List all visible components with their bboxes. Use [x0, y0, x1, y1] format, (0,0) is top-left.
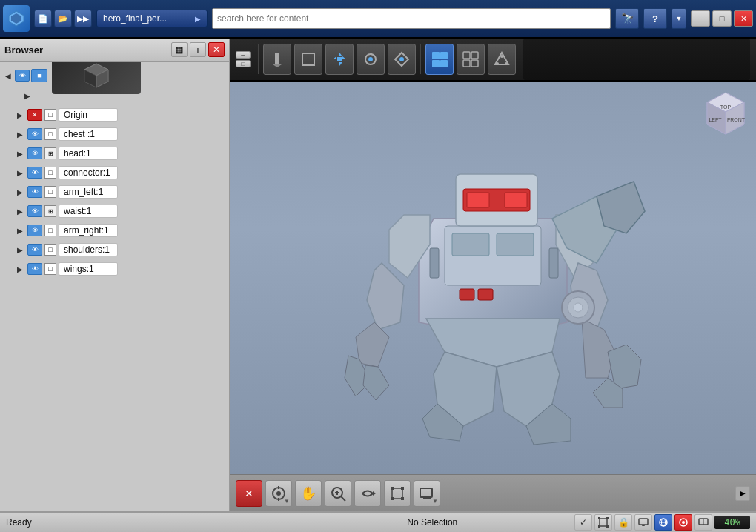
head-expand[interactable]: ▶ — [15, 148, 25, 159]
status-frame-button[interactable] — [594, 514, 612, 531]
arm-left-box-icon: □ — [44, 186, 56, 198]
arm-left-expand[interactable]: ▶ — [15, 187, 25, 197]
chest-eye-icon[interactable]: 👁 — [27, 128, 42, 140]
status-check-button[interactable]: ✓ — [574, 514, 592, 531]
svg-rect-6 — [275, 53, 279, 64]
panel-min-button[interactable]: ─ — [236, 51, 251, 59]
svg-line-75 — [341, 496, 345, 501]
shoulders-label: shoulders:1 — [59, 243, 118, 256]
frame-all-button[interactable] — [384, 480, 411, 507]
tree-item-arm-left[interactable]: ▶ 👁 □ arm_left:1 — [0, 182, 229, 202]
cancel-viewport-button[interactable]: ✕ — [236, 480, 262, 507]
status-target-button[interactable] — [674, 514, 692, 531]
shoulders-expand[interactable]: ▶ — [15, 245, 25, 255]
tree-root-item[interactable]: ◀ 👁 ■ — [0, 65, 229, 86]
tree-item-wings[interactable]: ▶ 👁 □ wings:1 — [0, 259, 229, 279]
pan-tool-button[interactable]: ✋ — [295, 480, 322, 507]
forward-button[interactable]: ▶▶ — [74, 10, 92, 27]
help-button[interactable]: ? — [643, 8, 667, 29]
new-file-button[interactable]: 📄 — [34, 10, 52, 27]
browser-grid-button[interactable]: ▦ — [171, 42, 188, 57]
sub-expand[interactable]: ▶ — [22, 90, 33, 101]
svg-rect-45 — [505, 193, 527, 207]
browser-tree: ◀ 👁 ■ ▶ ▶ — [0, 62, 229, 511]
origin-expand[interactable]: ▶ — [15, 110, 25, 120]
waist-eye-icon[interactable]: 👁 — [27, 205, 42, 217]
connector-expand[interactable]: ▶ — [15, 167, 25, 178]
svg-marker-47 — [367, 263, 404, 330]
viewport-expand-button[interactable]: ▶ — [735, 486, 750, 501]
document-title: hero_final_per... ▶ — [96, 10, 208, 27]
shoulders-eye-icon[interactable]: 👁 — [27, 244, 42, 256]
svg-point-65 — [574, 303, 583, 312]
scale-tool-button[interactable] — [388, 44, 416, 75]
wings-expand[interactable]: ▶ — [15, 264, 25, 274]
svg-rect-44 — [467, 193, 489, 207]
tree-item-arm-right[interactable]: ▶ 👁 □ arm_right:1 — [0, 221, 229, 240]
tree-item-chest[interactable]: ▶ 👁 □ chest :1 — [0, 124, 229, 144]
svg-marker-12 — [342, 56, 346, 59]
chest-expand[interactable]: ▶ — [15, 129, 25, 139]
render-button[interactable]: ▼ — [414, 480, 440, 507]
panel-restore-button[interactable]: □ — [236, 60, 251, 67]
arm-right-eye-icon[interactable]: 👁 — [27, 225, 42, 236]
tree-item-connector[interactable]: ▶ 👁 □ connector:1 — [0, 163, 229, 182]
browser-header: Browser ▦ i ✕ — [0, 39, 229, 62]
tree-item-origin[interactable]: ▶ ✕ □ Origin — [0, 105, 229, 124]
pencil-tool-button[interactable] — [263, 44, 291, 75]
move-tool-button[interactable] — [325, 44, 354, 75]
orbit-tool-button[interactable] — [354, 480, 381, 507]
search-bar[interactable] — [212, 8, 611, 29]
wings-eye-icon[interactable]: 👁 — [27, 263, 42, 275]
arm-right-expand[interactable]: ▶ — [15, 225, 25, 236]
maximize-button[interactable]: □ — [712, 10, 732, 27]
box-tool-button[interactable] — [294, 44, 322, 75]
snap-tool-button[interactable] — [488, 44, 516, 75]
app-logo — [3, 5, 30, 32]
connector-eye-icon[interactable]: 👁 — [27, 167, 42, 179]
root-collapse-arrow[interactable]: ◀ — [3, 70, 13, 81]
search-input[interactable] — [217, 13, 606, 24]
svg-rect-68 — [430, 248, 439, 278]
head-eye-icon[interactable]: 👁 — [27, 147, 42, 159]
svg-marker-62 — [597, 182, 645, 233]
root-eye-icon[interactable]: 👁 — [15, 70, 30, 82]
dropdown-button[interactable]: ▼ — [672, 8, 686, 29]
tree-item-head[interactable]: ▶ 👁 ⊞ head:1 — [0, 144, 229, 163]
toolbar-separator-2 — [420, 44, 421, 74]
open-file-button[interactable]: 📂 — [54, 10, 72, 27]
status-globe-button[interactable] — [654, 514, 672, 531]
origin-eye-icon[interactable]: ✕ — [27, 109, 42, 121]
svg-rect-87 — [598, 517, 600, 519]
status-bar: Ready No Selection ✓ 🔒 40% — [0, 511, 756, 532]
status-lock-button[interactable]: 🔒 — [614, 514, 632, 531]
target-view-button[interactable]: ▼ — [265, 480, 292, 507]
rotate-tool-button[interactable] — [357, 44, 385, 75]
arm-left-eye-icon[interactable]: 👁 — [27, 186, 42, 198]
select-tool-button[interactable] — [425, 44, 454, 75]
browser-close-button[interactable]: ✕ — [208, 42, 225, 57]
browser-info-button[interactable]: i — [190, 42, 206, 57]
toolbar-separator-1 — [258, 44, 259, 74]
zoom-magnify-button[interactable] — [325, 480, 351, 507]
svg-point-97 — [682, 521, 685, 524]
waist-expand[interactable]: ▶ — [15, 206, 25, 216]
title-arrow: ▶ — [195, 15, 201, 23]
svg-point-28 — [500, 55, 503, 58]
tree-item-shoulders[interactable]: ▶ 👁 □ shoulders:1 — [0, 240, 229, 259]
close-button[interactable]: ✕ — [734, 10, 753, 27]
tree-item-waist[interactable]: ▶ 👁 ⊞ waist:1 — [0, 202, 229, 221]
wings-box-icon: □ — [44, 263, 56, 275]
title-bar: 📄 📂 ▶▶ hero_final_per... ▶ 🔭 ? ▼ ─ □ ✕ — [0, 0, 756, 39]
svg-rect-89 — [598, 525, 600, 528]
window-controls: ─ □ ✕ — [691, 10, 753, 27]
arm-right-box-icon: □ — [44, 225, 56, 236]
viewport-bottom-toolbar: ✕ ▼ ✋ — [230, 474, 756, 511]
status-display-button[interactable] — [694, 514, 712, 531]
quad-view-button[interactable] — [457, 44, 485, 75]
binoculars-button[interactable]: 🔭 — [615, 8, 639, 29]
chest-label: chest :1 — [59, 127, 118, 141]
svg-rect-80 — [391, 487, 394, 490]
minimize-button[interactable]: ─ — [691, 10, 710, 27]
status-monitor-button[interactable] — [634, 514, 652, 531]
